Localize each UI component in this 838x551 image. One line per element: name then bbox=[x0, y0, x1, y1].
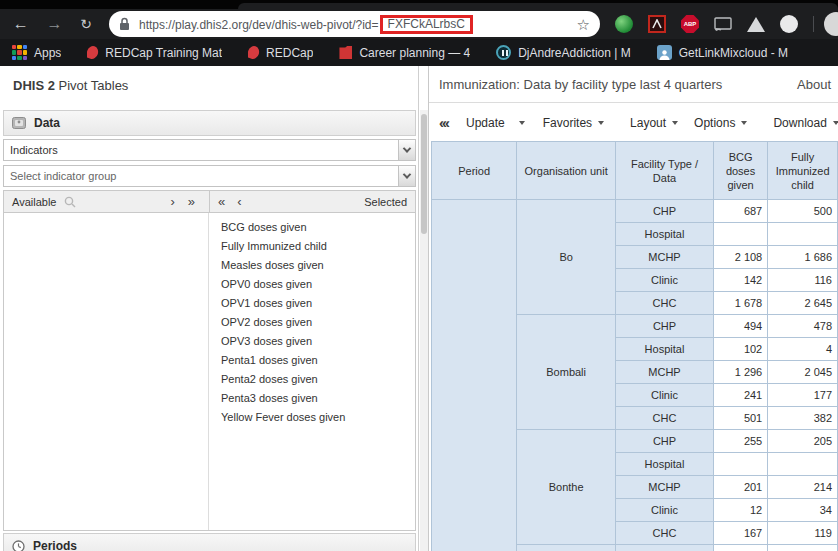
favorites-label: Favorites bbox=[543, 116, 592, 130]
address-bar[interactable]: https://play.dhis2.org/dev/dhis-web-pivo… bbox=[109, 11, 600, 37]
col-header-fully[interactable]: Fully Immunized child bbox=[768, 142, 838, 200]
pivot-titlebar: Immunization: Data by facility type last… bbox=[429, 66, 838, 103]
layout-button[interactable]: Layout bbox=[628, 112, 680, 134]
list-item[interactable]: Penta1 doses given bbox=[209, 351, 415, 370]
collapse-panel-icon[interactable]: ‹‹‹ bbox=[439, 114, 448, 131]
list-item[interactable]: Fully Immunized child bbox=[209, 237, 415, 256]
caret-down-icon[interactable] bbox=[519, 121, 525, 125]
update-button[interactable]: Update bbox=[464, 112, 527, 134]
drive-triangle-icon bbox=[747, 17, 765, 32]
value-cell: 142 bbox=[713, 269, 767, 292]
value-cell: 177 bbox=[768, 384, 838, 407]
chevron-down-icon[interactable] bbox=[398, 166, 415, 186]
selected-label: Selected bbox=[364, 196, 407, 208]
move-all-left-button[interactable]: « bbox=[218, 195, 225, 208]
col-header-bcg[interactable]: BCG doses given bbox=[713, 142, 767, 200]
download-button[interactable]: Download bbox=[771, 112, 838, 134]
bookmark-star-icon[interactable]: ☆ bbox=[577, 17, 590, 32]
browser-toolbar: ← → ↻ https://play.dhis2.org/dev/dhis-we… bbox=[0, 9, 838, 39]
profile-avatar[interactable] bbox=[824, 12, 838, 36]
col-header-period[interactable]: Period bbox=[432, 142, 517, 200]
list-item[interactable]: Penta2 doses given bbox=[209, 370, 415, 389]
bookmark-redcap[interactable]: REDCap bbox=[248, 46, 313, 60]
url-text: https://play.dhis2.org/dev/dhis-web-pivo… bbox=[139, 15, 473, 34]
facility-cell: Clinic bbox=[616, 499, 714, 522]
data-type-value: Indicators bbox=[4, 144, 398, 156]
value-cell bbox=[713, 453, 767, 476]
value-cell: 1 296 bbox=[713, 361, 767, 384]
available-list[interactable] bbox=[4, 213, 209, 530]
clock-icon bbox=[12, 540, 25, 551]
move-all-right-button[interactable]: » bbox=[188, 195, 195, 208]
reload-icon[interactable]: ↻ bbox=[77, 17, 95, 31]
options-button[interactable]: Options bbox=[692, 112, 749, 134]
bookmark-label: Career planning — 4 bbox=[359, 46, 470, 60]
data-accordion-header[interactable]: Data bbox=[3, 110, 416, 136]
chevron-down-icon[interactable] bbox=[398, 140, 415, 160]
value-cell bbox=[768, 545, 838, 551]
app-title: DHIS 2 Pivot Tables bbox=[13, 78, 128, 93]
list-item[interactable]: OPV0 doses given bbox=[209, 275, 415, 294]
selected-list: BCG doses given Fully Immunized child Me… bbox=[209, 213, 415, 530]
bookmark-label: GetLinkMixcloud - M bbox=[679, 46, 788, 60]
about-link[interactable]: About bbox=[797, 77, 831, 92]
value-cell: 1 678 bbox=[713, 292, 767, 315]
value-cell bbox=[768, 223, 838, 246]
move-selected-right-button[interactable]: › bbox=[170, 195, 174, 208]
bookmark-redcap-training[interactable]: REDCap Training Mat bbox=[87, 46, 222, 60]
value-cell: 119 bbox=[768, 522, 838, 545]
bookmark-career-planning[interactable]: Career planning — 4 bbox=[339, 46, 470, 60]
move-selected-left-button[interactable]: ‹ bbox=[237, 195, 241, 208]
layout-label: Layout bbox=[630, 116, 666, 130]
scrollbar-thumb[interactable] bbox=[421, 114, 427, 234]
idm-extension-icon[interactable] bbox=[615, 15, 633, 33]
list-item[interactable]: Penta3 doses given bbox=[209, 389, 415, 408]
org-cell: Bo bbox=[517, 200, 616, 315]
bookmark-apps[interactable]: Apps bbox=[12, 45, 61, 60]
back-icon[interactable]: ← bbox=[12, 16, 30, 32]
bookmark-label: REDCap bbox=[266, 46, 313, 60]
app-title-brand: DHIS 2 bbox=[13, 78, 55, 93]
list-item[interactable]: Measles doses given bbox=[209, 256, 415, 275]
update-label: Update bbox=[466, 116, 505, 130]
bookmark-mixcloud[interactable]: GetLinkMixcloud - M bbox=[657, 45, 788, 60]
value-cell: 382 bbox=[768, 407, 838, 430]
bookmark-djandre[interactable]: DjAndreAddiction | M bbox=[496, 45, 631, 60]
pivot-table: Period Organisation unit Facility Type /… bbox=[431, 141, 838, 551]
dimension-panel: DHIS 2 Pivot Tables Data Indicators Sele… bbox=[0, 66, 419, 551]
list-item[interactable]: Yellow Fever doses given bbox=[209, 408, 415, 427]
list-item[interactable]: OPV3 doses given bbox=[209, 332, 415, 351]
caret-down-icon bbox=[672, 121, 678, 125]
cast-icon[interactable] bbox=[714, 15, 732, 33]
pause-circle-icon bbox=[496, 45, 511, 60]
table-header-row: Period Organisation unit Facility Type /… bbox=[432, 142, 838, 200]
periods-accordion-label: Periods bbox=[33, 539, 77, 551]
search-icon[interactable] bbox=[64, 196, 76, 208]
indicator-group-select[interactable]: Select indicator group bbox=[3, 165, 416, 187]
person-badge-icon bbox=[657, 45, 672, 60]
url-highlight-annotation: FXFCkALrbsC bbox=[380, 15, 473, 34]
data-type-select[interactable]: Indicators bbox=[3, 139, 416, 161]
favorites-button[interactable]: Favorites bbox=[541, 112, 606, 134]
forward-icon[interactable]: → bbox=[46, 16, 64, 32]
col-header-facility[interactable]: Facility Type / Data bbox=[616, 142, 714, 200]
list-item[interactable]: OPV2 doses given bbox=[209, 313, 415, 332]
round-extension-icon[interactable] bbox=[780, 15, 798, 33]
list-item[interactable]: BCG doses given bbox=[209, 218, 415, 237]
value-cell: 4 bbox=[768, 338, 838, 361]
value-cell bbox=[713, 545, 767, 551]
facility-cell bbox=[616, 545, 714, 551]
col-header-orgunit[interactable]: Organisation unit bbox=[517, 142, 616, 200]
bookmark-label: Apps bbox=[34, 46, 61, 60]
periods-accordion-header[interactable]: Periods bbox=[3, 533, 416, 551]
value-cell: 1 686 bbox=[768, 246, 838, 269]
browser-tab-strip bbox=[0, 0, 838, 9]
adobe-pdf-extension-icon[interactable] bbox=[648, 15, 666, 33]
list-item[interactable]: OPV1 doses given bbox=[209, 294, 415, 313]
available-label: Available bbox=[12, 196, 56, 208]
bookmark-label: DjAndreAddiction | M bbox=[518, 46, 631, 60]
facility-cell: Clinic bbox=[616, 269, 714, 292]
scrollbar-track[interactable] bbox=[420, 110, 428, 551]
adblock-plus-extension-icon[interactable]: ABP bbox=[681, 15, 699, 33]
drive-extension-icon[interactable] bbox=[747, 15, 765, 33]
